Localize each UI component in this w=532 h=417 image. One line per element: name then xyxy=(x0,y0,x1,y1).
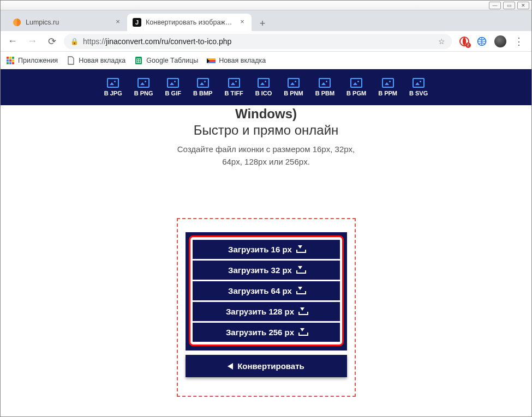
format-label: В PNM xyxy=(284,90,303,96)
os-close-button[interactable]: ✕ xyxy=(517,2,529,9)
page-icon xyxy=(67,56,75,65)
svg-rect-10 xyxy=(9,59,11,62)
download-64px-button[interactable]: Загрузить 64 px xyxy=(193,281,340,300)
download-128px-button[interactable]: Загрузить 128 px xyxy=(193,302,340,321)
format-link-png[interactable]: В PNG xyxy=(134,78,153,96)
page-content: В JPG В PNG В GIF В BMP В TIFF В ICO В P… xyxy=(1,69,531,416)
page-description-line1: Создайте файл иконки с размером 16px, 32… xyxy=(177,144,355,154)
bookmark-newtab-2[interactable]: Новая вкладка xyxy=(207,56,266,65)
bookmark-label: Новая вкладка xyxy=(79,57,125,64)
convert-button[interactable]: Конвертировать xyxy=(186,355,347,377)
tab-lumpics[interactable]: Lumpics.ru × xyxy=(7,14,127,31)
upload-dropzone[interactable]: Загрузить 16 px Загрузить 32 px Загрузит… xyxy=(177,218,356,397)
format-label: В GIF xyxy=(165,90,181,96)
format-link-svg[interactable]: В SVG xyxy=(409,78,428,96)
reload-button[interactable]: ⟳ xyxy=(44,34,59,49)
profile-avatar[interactable] xyxy=(494,35,506,47)
os-minimize-button[interactable]: — xyxy=(489,2,501,9)
page-description-line2: 64px, 128px или 256px. xyxy=(222,157,310,166)
format-link-ico[interactable]: В ICO xyxy=(255,78,272,96)
download-256px-button[interactable]: Загрузить 256 px xyxy=(193,323,340,342)
bookmark-sheets[interactable]: Google Таблицы xyxy=(134,56,198,65)
format-label: В BMP xyxy=(193,90,212,96)
svg-rect-6 xyxy=(7,57,9,59)
image-icon xyxy=(350,78,362,88)
url-path: jinaconvert.com/ru/convert-to-ico.php xyxy=(106,37,231,46)
download-icon xyxy=(298,309,306,315)
download-label: Загрузить 128 px xyxy=(226,307,294,316)
favicon-lumpics xyxy=(13,18,21,27)
format-label: В PNG xyxy=(134,90,153,96)
extension-badge: 2 xyxy=(465,43,471,48)
star-icon[interactable]: ☆ xyxy=(438,37,445,46)
tab-title: Конвертировать изображения xyxy=(146,19,234,26)
favicon-jinaconvert: J xyxy=(133,18,141,27)
svg-rect-12 xyxy=(7,62,9,64)
format-label: В PBM xyxy=(315,90,334,96)
svg-rect-13 xyxy=(9,62,11,64)
bookmark-label: Новая вкладка xyxy=(219,57,266,64)
download-label: Загрузить 32 px xyxy=(228,265,292,275)
url-scheme: https:// xyxy=(83,37,106,46)
image-icon xyxy=(167,78,179,88)
back-button[interactable]: ← xyxy=(5,34,20,49)
download-buttons-highlight: Загрузить 16 px Загрузить 32 px Загрузит… xyxy=(189,235,344,346)
format-label: В JPG xyxy=(104,90,122,96)
address-bar[interactable]: 🔒 https://jinaconvert.com/ru/convert-to-… xyxy=(64,34,452,49)
format-link-jpg[interactable]: В JPG xyxy=(104,78,122,96)
download-16px-button[interactable]: Загрузить 16 px xyxy=(193,240,340,259)
page-subtitle: Быстро и прямо онлайн xyxy=(1,123,531,138)
tab-close-icon[interactable]: × xyxy=(238,19,246,26)
svg-rect-8 xyxy=(12,57,14,59)
image-icon xyxy=(197,78,209,88)
download-label: Загрузить 16 px xyxy=(228,245,292,254)
download-icon xyxy=(296,246,304,253)
format-label: В TIFF xyxy=(224,90,243,96)
browser-menu-button[interactable]: ⋮ xyxy=(514,35,524,47)
format-label: В SVG xyxy=(409,90,428,96)
format-link-pgm[interactable]: В PGM xyxy=(346,78,366,96)
bookmark-apps[interactable]: Приложения xyxy=(6,56,58,65)
bookmark-label: Google Таблицы xyxy=(146,57,198,64)
headline-block: Windows) Быстро и прямо онлайн Создайте … xyxy=(1,106,531,168)
forward-button[interactable]: → xyxy=(25,34,40,49)
format-link-pnm[interactable]: В PNM xyxy=(284,78,303,96)
arrow-left-icon xyxy=(228,363,233,370)
format-link-pbm[interactable]: В PBM xyxy=(315,78,334,96)
bookmark-newtab-1[interactable]: Новая вкладка xyxy=(67,56,125,65)
page-title-partial: Windows) xyxy=(1,106,531,122)
format-label: В ICO xyxy=(255,90,272,96)
globe-extension-icon[interactable] xyxy=(477,37,487,46)
format-label: В PGM xyxy=(346,90,366,96)
image-icon xyxy=(228,78,240,88)
download-32px-button[interactable]: Загрузить 32 px xyxy=(193,261,340,280)
format-link-gif[interactable]: В GIF xyxy=(165,78,181,96)
lock-icon: 🔒 xyxy=(70,38,79,45)
tab-title: Lumpics.ru xyxy=(26,19,110,26)
svg-rect-9 xyxy=(7,59,9,62)
bookmarks-bar: Приложения Новая вкладка Google Таблицы … xyxy=(1,52,531,69)
svg-text:J: J xyxy=(135,19,139,26)
download-label: Загрузить 256 px xyxy=(226,328,294,337)
download-label: Загрузить 64 px xyxy=(228,286,292,295)
tab-jinaconvert[interactable]: J Конвертировать изображения × xyxy=(127,14,252,31)
format-link-tiff[interactable]: В TIFF xyxy=(224,78,243,96)
tab-close-icon[interactable]: × xyxy=(114,19,122,26)
format-link-ppm[interactable]: В PPM xyxy=(378,78,397,96)
opera-extension-icon[interactable]: 2 xyxy=(459,37,469,46)
image-icon xyxy=(413,78,425,88)
sheets-icon xyxy=(134,56,143,65)
browser-tabstrip: Lumpics.ru × J Конвертировать изображени… xyxy=(1,10,531,31)
format-link-bmp[interactable]: В BMP xyxy=(193,78,212,96)
image-icon xyxy=(382,78,394,88)
image-icon xyxy=(258,78,270,88)
svg-rect-11 xyxy=(12,59,14,62)
format-label: В PPM xyxy=(378,90,397,96)
download-icon xyxy=(296,267,304,274)
new-tab-button[interactable]: + xyxy=(255,16,270,31)
download-panel: Загрузить 16 px Загрузить 32 px Загрузит… xyxy=(186,232,347,350)
chromatic-icon xyxy=(207,56,216,65)
os-maximize-button[interactable]: ▭ xyxy=(503,2,515,9)
image-icon xyxy=(319,78,331,88)
convert-label: Конвертировать xyxy=(237,361,304,371)
